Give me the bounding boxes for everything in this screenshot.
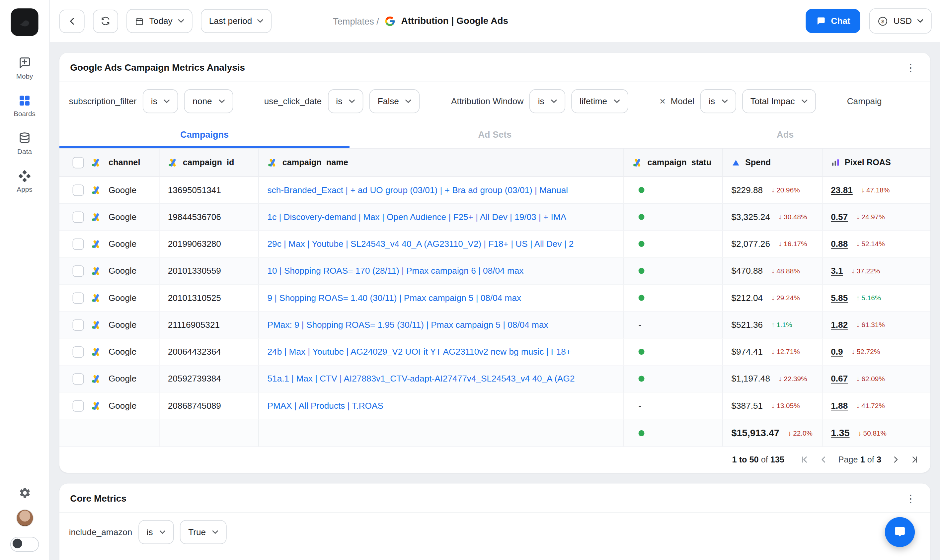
campaign-id-cell: 19844536706 [159,204,259,230]
campaign-name-link[interactable]: 24b | Max | Youtube | AG24029_V2 UOFit Y… [268,347,571,357]
spend-value: $387.51 [731,401,763,411]
table-row[interactable]: Google201013105259 | Shopping ROAS= 1.40… [59,285,931,312]
trend-badge: ↓52.72% [851,348,880,355]
kebab-menu-icon[interactable]: ⋮ [901,61,919,74]
period-filter-button[interactable]: Last period [201,9,272,33]
campaign-status-cell [624,366,723,392]
table-row[interactable]: Google2059273938451a.1 | Max | CTV | AI2… [59,366,931,392]
last-page-icon[interactable] [910,455,918,464]
tab-ad-sets[interactable]: Ad Sets [350,121,640,148]
currency-label: USD [894,16,912,26]
breadcrumb-templates-link[interactable]: Templates / [333,16,379,26]
table-row[interactable]: Google13695051341sch-Branded_Exact | + a… [59,177,931,204]
refresh-button[interactable] [93,9,118,32]
prev-page-icon[interactable] [820,455,828,464]
pixel-roas-value[interactable]: 3.1 [831,266,843,276]
pixel-roas-value[interactable]: 0.57 [831,212,848,222]
toggle-knob [12,539,22,548]
spend-value: $1,197.48 [731,374,770,383]
select-all-checkbox[interactable] [73,157,84,168]
pixel-roas-value[interactable]: 0.67 [831,374,848,383]
support-chat-bubble[interactable] [885,517,915,547]
data-database-icon [18,132,31,145]
trend-value: 29.24% [777,294,800,302]
channel-cell: Google [59,258,160,284]
table-row[interactable]: Google2019906328029c | Max | Youtube | S… [59,231,931,257]
user-avatar[interactable] [16,509,33,526]
filter-op-dropdown[interactable]: is [143,89,178,113]
filter-op-dropdown[interactable]: is [700,89,736,113]
app-logo[interactable] [11,8,39,36]
row-checkbox[interactable] [73,346,84,357]
pixel-roas-cell: 0.9↓52.72% [823,338,931,365]
filter-op-dropdown[interactable]: is [328,89,363,113]
row-checkbox[interactable] [73,211,84,223]
row-checkbox[interactable] [73,184,84,195]
pixel-roas-value[interactable]: 0.88 [831,239,848,249]
campaign-name-link[interactable]: 9 | Shopping ROAS= 1.40 (30/11) | Pmax c… [268,293,521,303]
theme-toggle[interactable] [10,537,39,552]
row-checkbox[interactable] [73,265,84,276]
row-checkbox[interactable] [73,319,84,331]
campaign-name-link[interactable]: PMax: 9 | Shopping ROAS= 1.95 (30/11) | … [268,320,548,329]
filter-op-dropdown[interactable]: is [139,520,174,544]
channel-cell: Google [59,285,160,311]
row-checkbox[interactable] [73,373,84,384]
calendar-icon [135,17,144,26]
pixel-roas-value[interactable]: 23.81 [831,185,853,195]
kebab-menu-icon[interactable]: ⋮ [901,492,919,505]
currency-selector[interactable]: $ USD [870,8,932,34]
table-row[interactable]: Google198445367061c | Discovery-demand |… [59,204,931,231]
arrow-down-icon: ↓ [851,348,855,355]
sidebar-item-boards[interactable]: Boards [0,93,49,119]
table-row[interactable]: Google2006443236424b | Max | Youtube | A… [59,338,931,365]
tab-campaigns[interactable]: Campaigns [59,121,350,148]
campaign-name-link[interactable]: sch-Branded_Exact | + ad UO group (03/01… [268,185,568,195]
filter-value: False [378,97,399,106]
table-row[interactable]: Google20868745089PMAX | All Products | T… [59,392,931,419]
table-row[interactable]: Google21116905321PMax: 9 | Shopping ROAS… [59,312,931,338]
trend-value: 41.72% [861,402,885,409]
campaign-name-link[interactable]: PMAX | All Products | T.ROAS [268,401,384,411]
back-button[interactable] [59,9,85,32]
pixel-roas-value[interactable]: 1.82 [831,320,848,329]
period-filter-label: Last period [209,16,252,26]
chat-button[interactable]: Chat [806,9,861,33]
date-filter-button[interactable]: Today [126,9,192,33]
pixel-roas-value[interactable]: 5.85 [831,293,848,303]
sidebar-bottom [10,486,39,552]
sidebar-item-data[interactable]: Data [0,131,49,157]
tab-ads[interactable]: Ads [640,121,931,148]
pixel-roas-value[interactable]: 0.9 [831,347,843,357]
campaign-name-link[interactable]: 29c | Max | Youtube | SL24543_v4 40_A (A… [268,239,574,249]
next-page-icon[interactable] [892,455,900,464]
channel-name: Google [109,185,136,195]
campaign-name-link[interactable]: 51a.1 | Max | CTV | AI27883v1_CTV-adapt-… [268,374,575,383]
campaign-name-link[interactable]: 10 | Shopping ROAS= 170 (28/11) | Pmax c… [268,266,524,276]
channel-name: Google [109,374,136,383]
close-icon[interactable]: ✕ [659,97,666,106]
filter-op-dropdown[interactable]: is [529,89,565,113]
table-row[interactable]: Google2010133055910 | Shopping ROAS= 170… [59,258,931,285]
arrow-down-icon: ↓ [856,321,860,328]
pixel-roas-value[interactable]: 1.88 [831,401,848,411]
filter-value-dropdown[interactable]: none [184,89,233,113]
campaign-name-link[interactable]: 1c | Discovery-demand | Max | Open Audie… [268,212,567,222]
filter-value-dropdown[interactable]: True [180,520,227,544]
filter-value-dropdown[interactable]: False [370,89,420,113]
filter-campaign-truncated: Campaig [847,97,882,106]
sidebar-item-moby[interactable]: Moby [0,55,49,81]
row-checkbox[interactable] [73,238,84,249]
spend-value: $2,077.26 [731,239,770,249]
arrow-down-icon: ↓ [778,375,782,383]
campaign-id-cell: 20101330559 [159,258,259,284]
sidebar-item-apps[interactable]: Apps [0,169,49,194]
row-checkbox[interactable] [73,292,84,303]
arrow-down-icon: ↓ [778,213,782,221]
first-page-icon[interactable] [801,455,809,464]
gear-icon[interactable] [18,486,31,499]
filter-value-dropdown[interactable]: lifetime [571,89,628,113]
refresh-icon [100,16,110,26]
row-checkbox[interactable] [73,400,84,411]
filter-value-dropdown[interactable]: Total Impac [742,89,815,113]
